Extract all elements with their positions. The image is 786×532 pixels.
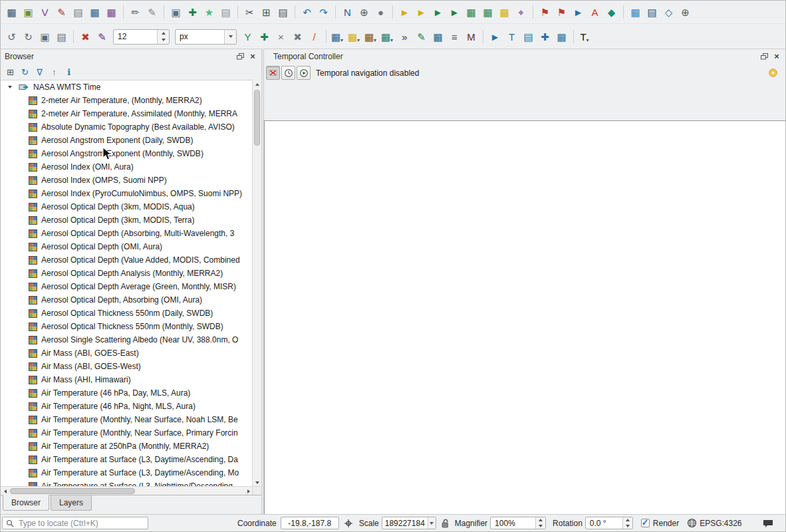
select-features-button[interactable]: ► [396,4,413,21]
form-annotation-button[interactable]: ▤ [520,29,537,45]
identify-features-button[interactable]: ► [570,4,587,21]
open-attribute-table-button[interactable]: ▦ [463,4,479,21]
remove-labels-button[interactable]: ✖ [289,29,306,45]
spin-up-icon[interactable] [158,30,169,37]
text-format-tool-button[interactable]: T▾ [577,29,594,45]
tree-item[interactable]: Air Temperature (Monthly, Near Surface, … [1,426,253,440]
undo-button[interactable]: ↶ [299,4,315,21]
dropdown-arrow-icon[interactable] [224,30,236,44]
spin-down-icon[interactable] [623,523,632,529]
flag-warning-button[interactable]: ⚑ [537,4,553,21]
locator-input[interactable] [17,518,144,529]
crs-status-button[interactable] [687,518,697,528]
map-pen-button[interactable]: ✎ [413,29,430,45]
tree-root-nasa-wmts-time[interactable]: NASA WMTS Time [1,80,253,94]
tree-item[interactable]: Air Temperature (46 hPa, Day, MLS, Aura) [1,386,253,400]
temporal-settings-button[interactable] [768,68,778,78]
vertex-tool-button[interactable]: ● [372,4,389,21]
rotation-spin-buttons[interactable] [622,517,632,529]
tree-item[interactable]: Aerosol Optical Depth Average (Green, Mo… [1,280,253,293]
spin-up-icon[interactable] [536,517,545,523]
tree-item[interactable]: Air Mass (ABI, GOES-West) [1,360,253,373]
add-selected-layers-button[interactable]: ⊞ [4,66,17,78]
map-grid-button[interactable]: ▦▾ [346,29,363,45]
new-geopackage-button[interactable]: ▣ [20,4,37,21]
rotation-spinbox[interactable]: 0.0 ° [585,517,633,529]
crs-label[interactable]: EPSG:4326 [700,519,741,528]
field-calculator-button[interactable]: ▦ [479,4,496,21]
units-combo[interactable]: px [175,29,237,45]
add-wmts-layer-button[interactable]: ▦ [103,4,120,21]
tree-item[interactable]: Aerosol Optical Depth (3km, MODIS, Terra… [1,213,253,227]
close-panel-button[interactable] [248,52,257,61]
copy-features-button[interactable]: ⊞ [258,4,275,21]
dropdown-arrow-icon[interactable] [428,517,436,529]
coordinate-input[interactable] [281,517,339,529]
zoom-next-button[interactable]: ↻ [20,29,37,45]
tab-layers[interactable]: Layers [51,495,92,511]
tree-item[interactable]: Aerosol Optical Depth (3km, MODIS, Aqua) [1,200,253,213]
scroll-up-arrow-icon[interactable] [253,80,261,88]
zoom-last-button[interactable]: ↺ [3,29,20,45]
tree-item[interactable]: 2-meter Air Temperature, Assimilated (Mo… [1,107,253,120]
flag-alt-button[interactable]: ⚑ [553,4,570,21]
attributes-page-button[interactable]: ▤ [217,4,234,21]
tree-item[interactable]: Aerosol Optical Depth (Absorbing, Multi-… [1,227,253,240]
animated-temporal-navigation-button[interactable] [297,66,311,80]
add-feature-button[interactable]: ✚ [184,4,201,21]
tree-item[interactable]: Air Mass (AHI, Himawari) [1,373,253,386]
scale-combo[interactable]: 189227184 [382,517,436,529]
style-diamond-button[interactable]: ◆ [603,4,620,21]
horizontal-scrollbar[interactable] [1,486,253,495]
tree-item[interactable]: Aerosol Single Scattering Albedo (Near U… [1,333,253,346]
tree-item[interactable]: Aerosol Optical Thickness 550nm (Monthly… [1,320,253,333]
filter-browser-button[interactable]: ∇ [33,66,46,78]
diagonal-pen-button[interactable]: / [306,29,323,45]
fixed-range-temporal-navigation-button[interactable] [281,66,295,80]
svg-annotation-button[interactable]: ✚ [537,29,553,45]
spin-up-icon[interactable] [623,517,632,523]
tree-item[interactable]: Air Temperature at Surface (L3, Daytime/… [1,466,253,479]
tree-item[interactable]: Aerosol Index (OMPS, Suomi NPP) [1,174,253,187]
tree-item[interactable]: Aerosol Angstrom Exponent (Daily, SWDB) [1,134,253,147]
font-size-spin-buttons[interactable] [157,30,169,44]
magnifier-spinbox[interactable]: 100% [490,517,546,529]
clear-labels-button[interactable]: × [273,29,289,45]
blue-grid-button[interactable]: ▦ [430,29,446,45]
paste-features-button[interactable]: ▤ [275,4,291,21]
processing-toolbox-button[interactable]: ▦ [627,4,644,21]
refresh-button[interactable]: ↻ [19,66,31,78]
tree-item[interactable]: Air Temperature at Surface (L3, Daytime/… [1,453,253,466]
tree-item[interactable]: Aerosol Index (OMI, Aura) [1,160,253,174]
add-vector-layer-button[interactable]: V [37,4,53,21]
tree-item[interactable]: Aerosol Optical Thickness 550nm (Daily, … [1,307,253,320]
toolbar-overflow-button[interactable]: » [396,29,413,45]
select-by-value-button[interactable]: ► [430,4,446,21]
mesh-tool-button[interactable]: M [463,29,479,45]
vertex-pen-button[interactable]: ✎ [94,29,110,45]
tree-item[interactable]: Aerosol Index (PyroCumuloNimbus, OMPS, S… [1,187,253,200]
coordinate-extent-toggle-button[interactable] [344,519,353,528]
tree-expander-icon[interactable] [6,86,14,88]
statistics-button[interactable]: ▦ [496,4,513,21]
tree-item[interactable]: 2-meter Air Temperature, (Monthly, MERRA… [1,94,253,107]
spin-down-icon[interactable] [158,37,169,44]
map-canvas[interactable] [264,120,785,515]
list-summary-button[interactable]: ≡ [446,29,463,45]
float-panel-button[interactable] [759,52,769,61]
deselect-all-button[interactable]: ► [446,4,463,21]
tree-item[interactable]: Aerosol Optical Depth, Absorbing (OMI, A… [1,293,253,307]
add-raster-layer-button[interactable]: ▦ [86,4,103,21]
cut-features-button[interactable]: ✂ [241,4,258,21]
collapse-all-button[interactable]: ↑ [48,66,61,78]
zoom-in-button[interactable]: ⊕ [356,4,372,21]
magnifier-spin-buttons[interactable] [535,517,545,529]
print-composer-button[interactable]: ▦▾ [380,29,396,45]
vertical-scrollbar-thumb[interactable] [254,90,260,146]
cancel-render-button[interactable]: ✖ [77,29,94,45]
select-freehand-button[interactable]: ► [413,4,430,21]
coordinate-label[interactable]: Coordinate [237,519,277,528]
turn-off-temporal-navigation-button[interactable] [266,66,280,80]
vertical-scrollbar[interactable] [252,80,261,487]
compass-button[interactable]: N [339,4,356,21]
